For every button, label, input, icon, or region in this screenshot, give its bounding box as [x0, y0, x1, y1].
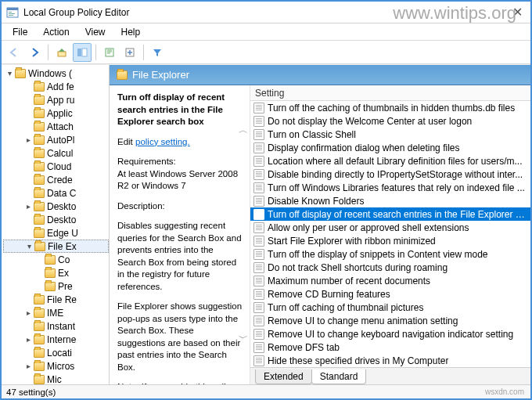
tree-item-label: Add fe [47, 81, 74, 92]
setting-row[interactable]: Do not track Shell shortcuts during roam… [250, 261, 530, 274]
tree-item[interactable]: ▸Micros [3, 359, 109, 373]
menu-help[interactable]: Help [113, 25, 149, 39]
tree-item[interactable]: Deskto [3, 213, 109, 226]
tab-extended[interactable]: Extended [255, 369, 312, 384]
policy-icon [253, 209, 264, 220]
folder-icon [34, 149, 45, 158]
desc-scroll-icon[interactable]: ︿﹀ [239, 124, 248, 344]
back-button[interactable] [5, 43, 23, 62]
menu-view[interactable]: View [77, 25, 113, 39]
tree-item[interactable]: Mic [3, 373, 109, 384]
setting-row[interactable]: Remove DFS tab [250, 341, 530, 354]
policy-icon [253, 315, 264, 326]
tree-pane[interactable]: ▾ Windows ( Add feApp ruApplicAttach▸Aut… [2, 65, 110, 384]
menu-file[interactable]: File [5, 25, 35, 39]
folder-icon [34, 202, 45, 211]
policy-icon [253, 276, 264, 286]
export-button[interactable] [120, 43, 139, 62]
tree-root[interactable]: ▾ Windows ( [3, 67, 109, 80]
tree-item[interactable]: Data C [3, 186, 109, 200]
folder-icon [34, 229, 45, 238]
tree-item[interactable]: ▸Interne [3, 333, 109, 346]
setting-label: Turn off display of recent search entrie… [268, 209, 527, 220]
folder-icon [45, 268, 56, 278]
tree-item-label: Deskto [47, 214, 76, 225]
tab-standard[interactable]: Standard [311, 369, 367, 384]
up-button[interactable] [52, 43, 71, 62]
setting-row[interactable]: Turn on Classic Shell [250, 128, 530, 141]
tree-item[interactable]: Crede [3, 173, 109, 186]
tree-item[interactable]: ▾File Ex [3, 240, 109, 253]
edit-policy-link[interactable]: policy setting. [135, 137, 190, 146]
tree-item-label: AutoPl [47, 135, 74, 146]
tree-item-label: File Re [47, 294, 77, 305]
tree-item[interactable]: ▸Deskto [3, 200, 109, 213]
tree-item[interactable]: App ru [3, 93, 109, 106]
svg-rect-7 [82, 49, 87, 56]
setting-row[interactable]: Maximum number of recent documents [250, 274, 530, 287]
description-column[interactable]: Turn off display of recent search entrie… [110, 85, 250, 384]
tree-item[interactable]: File Re [3, 293, 109, 306]
tree-item[interactable]: Edge U [3, 226, 109, 240]
setting-label: Turn off Windows Libraries features that… [268, 182, 525, 193]
forward-button[interactable] [25, 43, 44, 62]
tree-item[interactable]: Applic [3, 106, 109, 120]
setting-row[interactable]: Display confirmation dialog when deletin… [250, 141, 530, 154]
svg-rect-3 [9, 13, 15, 14]
folder-icon [34, 242, 45, 251]
setting-label: Display confirmation dialog when deletin… [268, 142, 459, 153]
tree-item[interactable]: Pre [3, 279, 109, 293]
setting-row[interactable]: Do not display the Welcome Center at use… [250, 114, 530, 128]
settings-list[interactable]: Turn off the caching of thumbnails in hi… [250, 101, 530, 367]
folder-icon [34, 189, 45, 198]
close-button[interactable]: ✕ [509, 5, 526, 20]
tree-item[interactable]: Co [3, 253, 109, 266]
setting-row[interactable]: Remove UI to change keyboard navigation … [250, 327, 530, 341]
filter-button[interactable] [148, 43, 167, 62]
setting-row[interactable]: Turn off Windows Libraries features that… [250, 181, 530, 194]
menu-action[interactable]: Action [35, 25, 77, 39]
setting-row[interactable]: Turn off caching of thumbnail pictures [250, 301, 530, 314]
setting-row[interactable]: Disable binding directly to IPropertySet… [250, 168, 530, 181]
svg-rect-5 [58, 52, 66, 56]
tree-item[interactable]: Cloud [3, 160, 109, 173]
setting-row[interactable]: Location where all default Library defin… [250, 154, 530, 168]
setting-label: Do not display the Welcome Center at use… [268, 116, 472, 127]
tree-item[interactable]: ▸AutoPl [3, 133, 109, 146]
twisty-icon[interactable]: ▾ [24, 242, 34, 250]
tree-item[interactable]: Instant [3, 319, 109, 333]
setting-row[interactable]: Remove CD Burning features [250, 287, 530, 301]
tree-root-label: Windows ( [28, 68, 72, 79]
twisty-icon[interactable]: ▾ [5, 69, 14, 77]
refresh-button[interactable] [100, 43, 119, 62]
tree-item[interactable]: Calcul [3, 146, 109, 160]
tree-item[interactable]: ▸IME [3, 306, 109, 319]
setting-row[interactable]: Start File Explorer with ribbon minimize… [250, 234, 530, 247]
policy-icon [253, 116, 264, 127]
twisty-icon[interactable]: ▸ [23, 308, 33, 317]
folder-icon [15, 69, 26, 78]
setting-row[interactable]: Turn off display of recent search entrie… [250, 207, 530, 221]
setting-row[interactable]: Turn off the display of snippets in Cont… [250, 247, 530, 261]
twisty-icon[interactable]: ▸ [23, 135, 33, 144]
twisty-icon[interactable]: ▸ [23, 362, 33, 370]
setting-row[interactable]: Allow only per user or approved shell ex… [250, 221, 530, 234]
setting-row[interactable]: Remove UI to change menu animation setti… [250, 314, 530, 327]
show-hide-tree-button[interactable] [73, 43, 92, 62]
edit-prefix: Edit [117, 137, 135, 146]
list-header-setting[interactable]: Setting [250, 85, 530, 101]
twisty-icon[interactable]: ▸ [23, 335, 33, 344]
tree-item[interactable]: Add fe [3, 80, 109, 93]
tree-item[interactable]: Locati [3, 346, 109, 359]
tree-item[interactable]: Ex [3, 266, 109, 279]
twisty-icon[interactable]: ▸ [23, 202, 33, 211]
description-p2: File Explorer shows suggestion pop-ups a… [117, 301, 243, 373]
setting-row[interactable]: Hide these specified drives in My Comput… [250, 354, 530, 367]
setting-row[interactable]: Disable Known Folders [250, 194, 530, 207]
tree-item-label: Instant [47, 321, 75, 332]
folder-icon [34, 109, 45, 118]
setting-label: Start File Explorer with ribbon minimize… [268, 236, 436, 247]
setting-row[interactable]: Turn off the caching of thumbnails in hi… [250, 101, 530, 114]
svg-rect-2 [9, 12, 12, 13]
tree-item[interactable]: Attach [3, 120, 109, 133]
